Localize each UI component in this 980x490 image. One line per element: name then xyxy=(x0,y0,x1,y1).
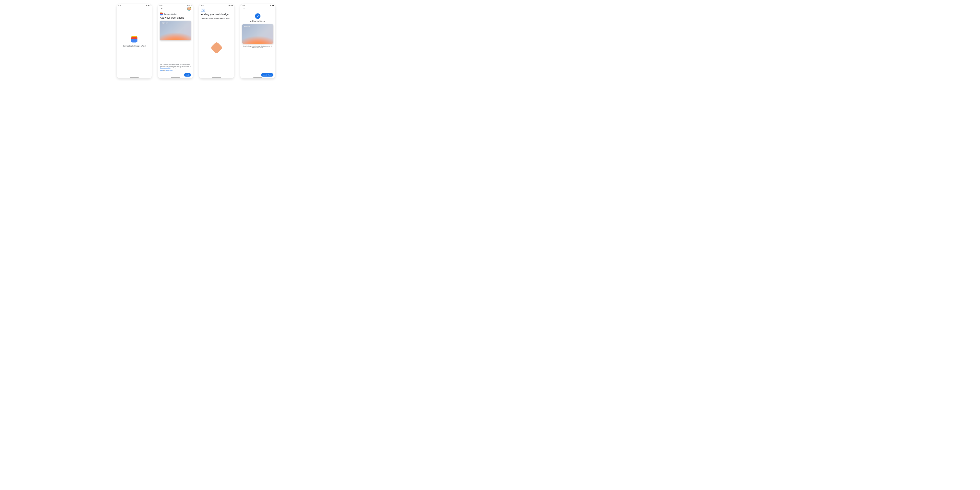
arrow-back-icon xyxy=(161,8,163,10)
wallet-word: Wallet xyxy=(140,45,146,47)
cell-signal-icon xyxy=(189,5,190,6)
cell-signal-icon xyxy=(230,5,232,6)
cell-signal-icon xyxy=(272,5,273,6)
disclaimer-text: After adding your work badge to Wallet, … xyxy=(160,64,191,69)
google-wallet-icon xyxy=(160,13,163,15)
status-time: 12:30 xyxy=(200,5,204,6)
avatar-icon xyxy=(188,7,190,10)
view-in-wallet-button[interactable]: View in Wallet xyxy=(261,73,273,76)
badge-card-preview: Initech xyxy=(242,24,273,44)
page-title: Adding your work badge xyxy=(201,13,232,16)
wallet-word: Wallet xyxy=(170,13,177,15)
close-button[interactable] xyxy=(242,7,246,10)
account-avatar-button[interactable] xyxy=(188,7,191,10)
google-wordmark: Google xyxy=(164,13,170,15)
and-word: and xyxy=(163,70,165,71)
connecting-label: Connecting to Google Wallet xyxy=(123,45,146,47)
status-time: 12:30 xyxy=(118,5,121,6)
status-indicators xyxy=(269,5,274,6)
disclaimer-b: or in the pass details. xyxy=(170,67,181,68)
status-bar: 11:29 xyxy=(240,4,275,6)
status-bar: 12:30 xyxy=(199,4,234,6)
disclaimer-a: After adding your work badge to Wallet, … xyxy=(160,64,191,67)
privacy-link[interactable]: Privacy Policy xyxy=(165,70,173,71)
status-time: 12:30 xyxy=(159,5,162,6)
terms-row: Terms and Privacy Policy xyxy=(160,70,191,72)
status-time: 11:29 xyxy=(242,5,245,6)
phone-add-badge: 12:30 Google Wallet xyxy=(158,4,193,78)
status-bar: 12:30 xyxy=(158,4,193,6)
battery-icon xyxy=(273,5,274,6)
page-title: Added to Wallet xyxy=(250,20,265,22)
wallet-brand-label: Google Wallet xyxy=(164,13,177,15)
wifi-icon xyxy=(187,5,189,6)
google-wordmark: Google xyxy=(134,45,140,47)
status-indicators xyxy=(228,5,232,6)
phone-connecting: 12:30 Connecting to Google Wallet xyxy=(117,4,152,78)
wallet-brand-row: Google Wallet xyxy=(160,13,191,15)
phone-adding: 12:30 Adding your work badge Please don'… xyxy=(199,4,234,78)
badge-card-preview: Initech xyxy=(160,21,191,40)
phone-added: 11:29 Added to Wallet xyxy=(240,4,275,78)
badge-id-icon xyxy=(201,9,205,12)
success-description: It works like your plastic badge. Just t… xyxy=(243,46,273,49)
back-button[interactable] xyxy=(160,7,164,10)
status-bar: 12:30 xyxy=(117,4,152,6)
badge-brand: Initech xyxy=(244,25,250,27)
close-icon xyxy=(243,8,245,10)
status-indicators xyxy=(146,5,150,6)
page-title: Add your work badge xyxy=(160,16,191,19)
success-check-icon xyxy=(255,13,261,19)
wifi-icon xyxy=(269,5,271,6)
loading-indicator xyxy=(210,41,223,54)
connecting-text: Connecting to xyxy=(123,45,134,47)
google-wallet-icon xyxy=(131,36,137,42)
manage-passes-link[interactable]: Manage passes data xyxy=(160,67,170,68)
wifi-icon xyxy=(146,5,148,6)
battery-icon xyxy=(191,5,191,6)
cell-signal-icon xyxy=(148,5,149,6)
battery-icon xyxy=(150,5,150,6)
wifi-icon xyxy=(228,5,230,6)
terms-link[interactable]: Terms xyxy=(160,70,163,71)
badge-brand: Initech xyxy=(162,22,167,24)
battery-icon xyxy=(232,5,232,6)
status-indicators xyxy=(187,5,191,6)
add-button[interactable]: Add xyxy=(184,73,191,76)
